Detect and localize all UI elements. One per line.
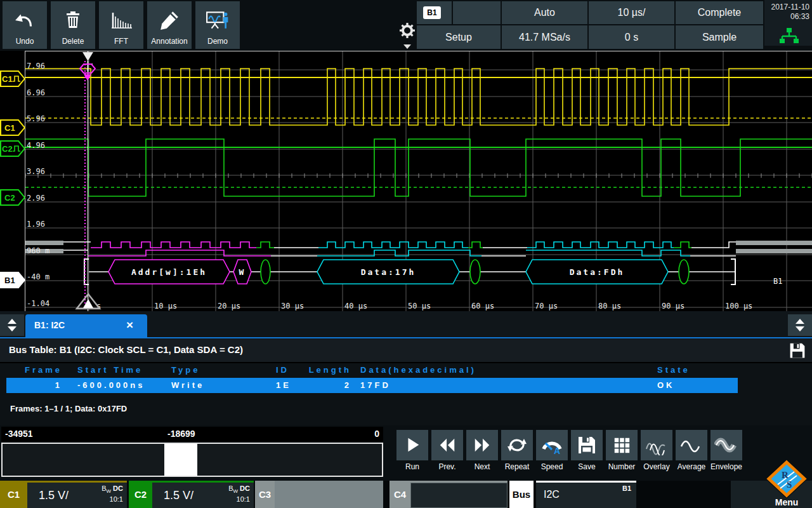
save-button[interactable] (571, 430, 603, 460)
trigger-mode-cell[interactable]: Auto (502, 1, 587, 24)
trigger-source-cell[interactable]: B1 (417, 1, 452, 24)
channel-marker-c2-trigger[interactable]: C2 (0, 140, 25, 157)
bus-tab[interactable]: Bus (509, 481, 534, 508)
y-axis-label: 2.96 (27, 194, 45, 203)
y-axis-label: -1.04 (27, 299, 49, 308)
channel-tab-c2[interactable]: C2 (129, 481, 152, 508)
demo-label: Demo (195, 37, 240, 46)
y-axis-label: 3.96 (27, 167, 45, 176)
close-icon[interactable]: × (126, 318, 133, 332)
save-table-icon[interactable] (788, 342, 807, 362)
speed-button[interactable]: A (536, 430, 568, 460)
bus-table-panel: Bus Table: B1 (I2C: Clock SCL = C1, Data… (0, 338, 812, 425)
bus-decode-text: Data:FDh (570, 267, 625, 277)
y-axis-label: 7.96 (27, 62, 45, 70)
channel-scale-c2: 1.5 V/ (164, 489, 193, 502)
demo-button[interactable]: Demo (195, 1, 240, 49)
acquisition-status-cell[interactable]: Complete (676, 1, 763, 24)
oscilloscope-app: UndoDeleteFFTAnnotationDemo B1Auto10 µs/… (0, 0, 812, 508)
column-header-id: ID (276, 365, 289, 375)
ethernet-icon (778, 28, 800, 47)
time-text: 06:33 (771, 12, 810, 22)
svg-text:A: A (554, 446, 560, 455)
row-cell-start-time: -600.000ns (77, 380, 145, 390)
x-axis-label: 20 µs (218, 302, 240, 311)
y-axis-label: 1.96 (27, 220, 45, 229)
undo-icon (3, 6, 47, 34)
channel-tab-c3[interactable]: C3 (255, 481, 275, 508)
channel-panel-c4[interactable] (410, 481, 508, 508)
y-axis-label: 4.96 (27, 141, 45, 150)
undo-button[interactable]: Undo (3, 1, 47, 49)
delete-label: Delete (51, 37, 95, 46)
annotation-icon (147, 6, 192, 34)
date-text: 2017-11-10 (771, 3, 810, 12)
column-header-state: State (657, 365, 690, 375)
acquisition-mode-cell[interactable]: Sample (676, 25, 763, 49)
channel-coupling-c2: BW DC10:1 (228, 485, 250, 504)
bus-table-header-row: FrameStart TimeTypeIDLengthData(hexadeci… (0, 365, 812, 378)
envelope-button[interactable] (710, 430, 742, 460)
svg-text:C2: C2 (4, 193, 15, 203)
x-axis-label: 30 µs (281, 302, 304, 311)
channel-tab-c4[interactable]: C4 (390, 481, 410, 508)
settings-gear-button[interactable] (398, 23, 416, 48)
bus-table-row[interactable]: 1-600.000nsWrite1E217FDOK (6, 378, 738, 393)
channel-marker-c1-trigger[interactable]: C1 (0, 70, 25, 87)
tab-scroll-left-arrows[interactable] (0, 314, 24, 336)
channel-marker-c2[interactable]: C2 (0, 189, 25, 206)
top-bar: UndoDeleteFFTAnnotationDemo B1Auto10 µs/… (0, 0, 812, 51)
row-cell-data-hexadecimal-: 17FD (360, 380, 391, 390)
delete-button[interactable]: Delete (51, 1, 95, 49)
navigation-row: -34951 -18699 0 RunPrev.NextRepeatASpeed… (0, 425, 812, 481)
channel-panel-c1[interactable]: 1.5 V/BW DC10:1 (27, 481, 127, 508)
fft-button[interactable]: FFT (99, 1, 143, 49)
bus-ack-icon (470, 260, 480, 284)
x-axis-label: 100 µs (725, 302, 752, 311)
annotation-button[interactable]: Annotation (147, 1, 192, 49)
arrow-up-icon (796, 319, 804, 324)
scrollbar-thumb[interactable] (164, 444, 197, 476)
waveform-area[interactable]: Addr[w]:1EhWData:17hData:FDhB17.966.965.… (0, 51, 812, 311)
arrow-down-icon (8, 326, 16, 331)
sample-rate-cell[interactable]: 41.7 MSa/s (502, 25, 587, 49)
trigger-type-cell[interactable] (453, 1, 501, 24)
channel-panel-c3[interactable] (275, 481, 383, 508)
tab-scroll-right-arrows[interactable] (788, 314, 812, 336)
overlay-button[interactable] (641, 430, 672, 460)
bus-type-label: I2C (544, 489, 560, 500)
history-scrollbar[interactable] (1, 443, 383, 477)
svg-text:C2: C2 (2, 144, 13, 154)
datetime-panel[interactable]: 2017-11-10 06:33 (764, 0, 812, 46)
bus-panel[interactable]: I2CB1 (536, 481, 636, 508)
waveform-svg: Addr[w]:1EhWData:17hData:FDhB17.966.965.… (0, 51, 812, 311)
run-button[interactable] (396, 430, 428, 460)
arrow-up-icon (8, 319, 16, 324)
channel-marker-b1[interactable]: B1 (0, 272, 25, 288)
x-axis-label: 80 µs (598, 302, 621, 311)
channel-tab-c1[interactable]: C1 (0, 481, 27, 508)
channel-panel-c2[interactable]: 1.5 V/BW DC10:1 (152, 481, 254, 508)
prev-button[interactable] (431, 430, 463, 460)
svg-text:S: S (787, 479, 792, 490)
bus-ack-icon (261, 260, 270, 284)
timebase-cell[interactable]: 10 µs/ (589, 1, 674, 24)
rs-logo-icon[interactable]: RS (765, 459, 808, 498)
tab-b1-i2c[interactable]: B1: I2C × (25, 314, 147, 337)
fft-label: FFT (99, 37, 143, 46)
svg-text:C1: C1 (4, 123, 15, 133)
bus-decode-text: Addr[w]:1Eh (131, 267, 207, 277)
horizontal-position-cell[interactable]: 0 s (589, 25, 674, 49)
setup-cell[interactable]: Setup (417, 25, 501, 49)
scroll-max-value: 0 (374, 429, 379, 439)
repeat-button[interactable] (501, 430, 533, 460)
channel-marker-c1[interactable]: C1 (0, 119, 25, 136)
average-button[interactable] (676, 430, 707, 460)
tab-label: B1: I2C (34, 320, 65, 330)
next-button[interactable] (466, 430, 498, 460)
bus-badge: B1 (622, 485, 631, 492)
number-button[interactable] (606, 430, 638, 460)
x-axis-label: 10 µs (154, 302, 177, 311)
bus-table-title-bar: Bus Table: B1 (I2C: Clock SCL = C1, Data… (0, 339, 812, 363)
column-header-length: Length (297, 365, 351, 375)
